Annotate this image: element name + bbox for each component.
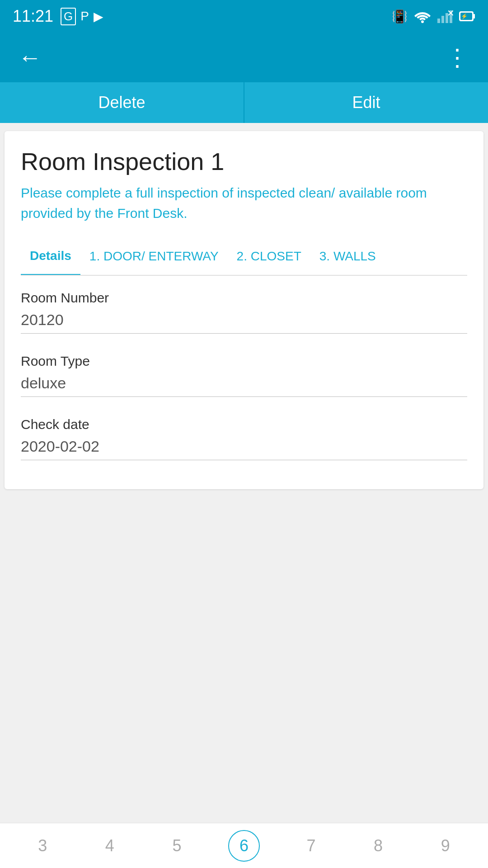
svg-rect-1 bbox=[437, 19, 440, 23]
status-icons: G P ▶ bbox=[61, 8, 103, 25]
room-number-field: Room Number 20120 bbox=[21, 290, 467, 334]
form-title: Room Inspection 1 bbox=[21, 147, 467, 175]
form-subtitle: Please complete a full inspection of ins… bbox=[21, 183, 467, 223]
page-8[interactable]: 8 bbox=[362, 830, 394, 862]
tabs-container: Details 1. DOOR/ ENTERWAY 2. CLOSET 3. W… bbox=[21, 238, 467, 276]
back-button[interactable]: ← bbox=[14, 41, 46, 74]
status-bar: 11:21 G P ▶ 📳 ✕ bbox=[0, 0, 488, 33]
delete-button[interactable]: Delete bbox=[0, 82, 244, 123]
tab-details[interactable]: Details bbox=[21, 238, 80, 276]
room-number-value: 20120 bbox=[21, 311, 467, 334]
svg-rect-6 bbox=[474, 14, 475, 19]
room-type-value: deluxe bbox=[21, 374, 467, 397]
edit-button[interactable]: Edit bbox=[244, 82, 488, 123]
svg-point-0 bbox=[421, 20, 424, 23]
page-6[interactable]: 6 bbox=[228, 830, 260, 862]
pagination-bar: 3 4 5 6 7 8 9 bbox=[0, 823, 488, 868]
room-number-label: Room Number bbox=[21, 290, 467, 306]
content-card: Room Inspection 1 Please complete a full… bbox=[5, 131, 483, 489]
check-date-field: Check date 2020-02-02 bbox=[21, 417, 467, 460]
check-date-value: 2020-02-02 bbox=[21, 438, 467, 460]
tab-closet[interactable]: 2. CLOSET bbox=[228, 238, 310, 275]
p-icon: P bbox=[80, 9, 89, 24]
status-bar-left: 11:21 G P ▶ bbox=[13, 7, 103, 26]
status-time: 11:21 bbox=[13, 7, 53, 26]
status-bar-right: 📳 ✕ ⚡ bbox=[392, 9, 475, 24]
action-buttons: Delete Edit bbox=[0, 82, 488, 123]
svg-text:⚡: ⚡ bbox=[461, 13, 468, 19]
page-7[interactable]: 7 bbox=[296, 830, 327, 862]
room-type-label: Room Type bbox=[21, 354, 467, 369]
app-bar: ← ⋮ bbox=[0, 33, 488, 82]
page-9[interactable]: 9 bbox=[430, 830, 461, 862]
more-options-button[interactable]: ⋮ bbox=[441, 39, 474, 75]
svg-rect-2 bbox=[441, 16, 444, 23]
form-body: Room Number 20120 Room Type deluxe Check… bbox=[21, 276, 467, 489]
wifi-icon bbox=[414, 9, 431, 23]
play-icon: ▶ bbox=[94, 9, 103, 24]
page-4[interactable]: 4 bbox=[94, 830, 126, 862]
battery-icon: ⚡ bbox=[459, 10, 475, 23]
signal-icon: ✕ bbox=[437, 9, 453, 23]
tab-walls[interactable]: 3. WALLS bbox=[310, 238, 385, 275]
g-icon: G bbox=[61, 8, 76, 25]
room-type-field: Room Type deluxe bbox=[21, 354, 467, 397]
page-3[interactable]: 3 bbox=[27, 830, 58, 862]
vibrate-icon: 📳 bbox=[392, 9, 408, 24]
page-5[interactable]: 5 bbox=[161, 830, 192, 862]
check-date-label: Check date bbox=[21, 417, 467, 432]
tab-door-enterway[interactable]: 1. DOOR/ ENTERWAY bbox=[80, 238, 228, 275]
